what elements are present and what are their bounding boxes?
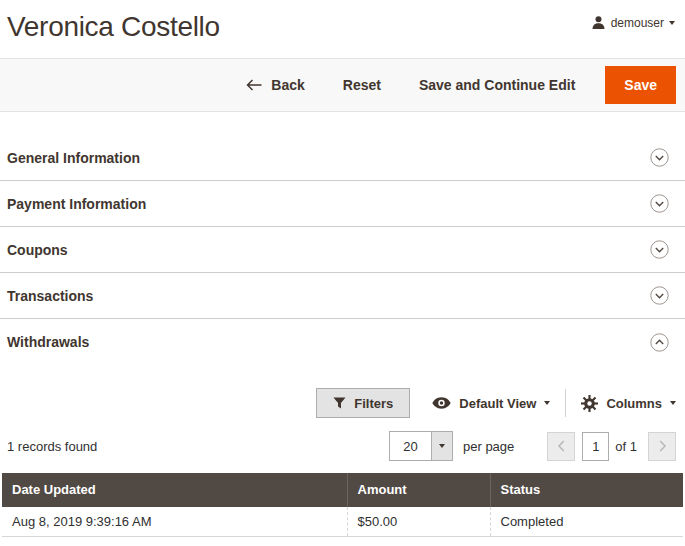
filters-button-label: Filters	[354, 396, 393, 411]
grid-pagination: 1 records found 20 per page of 1	[0, 431, 685, 461]
gear-icon	[581, 395, 598, 412]
columns-dropdown[interactable]: Columns	[581, 395, 676, 412]
grid-controls: Filters Default View	[0, 388, 685, 418]
columns-label: Columns	[606, 396, 662, 411]
page-size-select[interactable]: 20	[389, 431, 453, 461]
reset-button[interactable]: Reset	[343, 77, 381, 93]
section-payment-information[interactable]: Payment Information	[0, 181, 685, 227]
chevron-down-circle-icon	[650, 240, 669, 259]
total-pages-label: of 1	[615, 439, 637, 454]
chevron-down-icon	[670, 401, 676, 405]
pagination-controls: 20 per page of 1	[389, 431, 676, 461]
column-header-amount[interactable]: Amount	[347, 473, 490, 507]
filters-button[interactable]: Filters	[316, 388, 410, 418]
records-found-text: 1 records found	[7, 439, 97, 454]
user-icon	[591, 15, 606, 30]
section-transactions[interactable]: Transactions	[0, 273, 685, 319]
section-general-information[interactable]: General Information	[0, 135, 685, 181]
default-view-label: Default View	[459, 396, 536, 411]
current-page-input[interactable]	[582, 432, 609, 461]
table-header-row: Date Updated Amount Status	[2, 473, 683, 507]
page-size-value: 20	[390, 432, 431, 460]
chevron-down-icon	[544, 401, 550, 405]
cell-amount: $50.00	[347, 507, 490, 537]
select-arrow-icon	[431, 432, 452, 460]
previous-page-button[interactable]	[547, 432, 575, 461]
chevron-left-icon	[557, 440, 566, 452]
controls-divider	[565, 389, 566, 417]
chevron-down-circle-icon	[650, 194, 669, 213]
save-button[interactable]: Save	[605, 66, 676, 104]
back-button[interactable]: Back	[246, 77, 304, 93]
funnel-icon	[333, 397, 346, 409]
page-actions-toolbar: Back Reset Save and Continue Edit Save	[0, 58, 685, 112]
withdrawals-grid: Filters Default View	[0, 388, 685, 537]
chevron-down-circle-icon	[650, 148, 669, 167]
cell-status: Completed	[490, 507, 683, 537]
page-title: Veronica Costello	[7, 9, 220, 44]
column-header-date-updated[interactable]: Date Updated	[2, 473, 347, 507]
cell-date-updated: Aug 8, 2019 9:39:16 AM	[2, 507, 347, 537]
eye-icon	[432, 397, 451, 409]
customer-edit-accordion: General Information Payment Information …	[0, 135, 685, 365]
section-label: Withdrawals	[7, 334, 89, 350]
reset-button-label: Reset	[343, 77, 381, 93]
chevron-right-icon	[658, 440, 667, 452]
save-and-continue-label: Save and Continue Edit	[419, 77, 575, 93]
section-withdrawals[interactable]: Withdrawals	[0, 319, 685, 365]
back-button-label: Back	[271, 77, 304, 93]
next-page-button[interactable]	[648, 432, 676, 461]
page-header: Veronica Costello demouser	[0, 0, 685, 58]
table-row: Aug 8, 2019 9:39:16 AM $50.00 Completed	[2, 507, 683, 537]
per-page-label: per page	[463, 439, 514, 454]
admin-user-name: demouser	[611, 16, 664, 30]
section-label: Payment Information	[7, 196, 146, 212]
column-header-status[interactable]: Status	[490, 473, 683, 507]
section-coupons[interactable]: Coupons	[0, 227, 685, 273]
save-and-continue-button[interactable]: Save and Continue Edit	[419, 77, 575, 93]
withdrawals-table: Date Updated Amount Status Aug 8, 2019 9…	[2, 473, 683, 537]
admin-user-menu[interactable]: demouser	[591, 15, 675, 30]
chevron-up-circle-icon	[650, 333, 669, 352]
section-label: General Information	[7, 150, 140, 166]
chevron-down-circle-icon	[650, 286, 669, 305]
section-label: Transactions	[7, 288, 93, 304]
chevron-down-icon	[669, 21, 675, 25]
section-label: Coupons	[7, 242, 68, 258]
back-arrow-icon	[246, 79, 262, 91]
default-view-dropdown[interactable]: Default View	[432, 396, 550, 411]
